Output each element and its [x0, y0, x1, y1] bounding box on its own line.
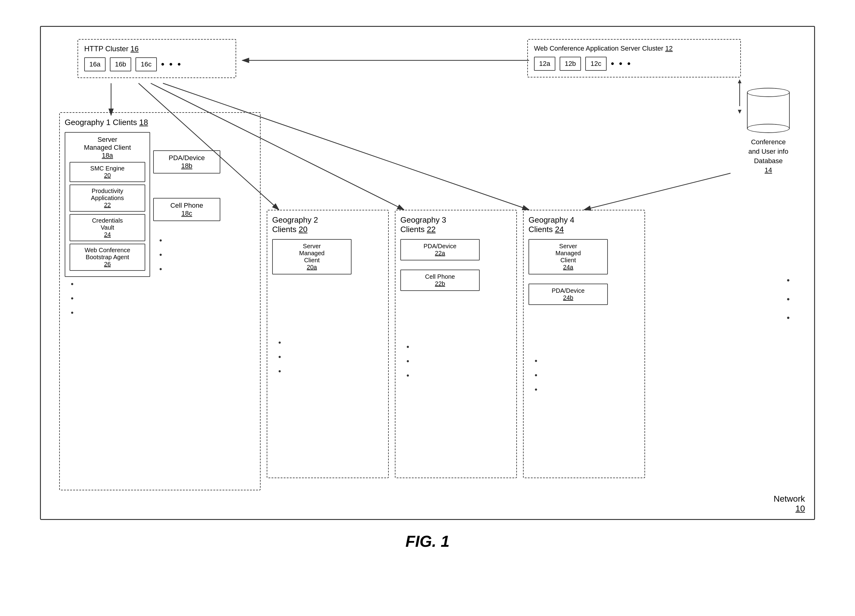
geo4-dots: •••: [529, 354, 640, 396]
geo1-num: 18: [139, 118, 148, 127]
wc-cluster-num: 12: [665, 44, 673, 52]
http-cluster: HTTP Cluster 16 16a 16b 16c • • •: [78, 39, 236, 78]
network-container: HTTP Cluster 16 16a 16b 16c • • • Web Co…: [40, 26, 815, 520]
smc-engine-item: SMC Engine20: [70, 162, 145, 182]
svg-marker-8: [738, 79, 742, 83]
geo2-title: Geography 2Clients 20: [272, 215, 383, 234]
db-num: 14: [741, 166, 796, 175]
boot-num: 26: [104, 261, 111, 267]
geo3-pda: PDA/Device22a: [400, 239, 480, 260]
network-label: Network 10: [774, 494, 805, 514]
main-wrapper: HTTP Cluster 16 16a 16b 16c • • • Web Co…: [31, 26, 824, 590]
geo2-smc-num: 20a: [306, 264, 317, 271]
db-line2: and User info: [741, 147, 796, 156]
geo3-cell-num: 22b: [435, 280, 445, 287]
wc-cluster-nodes: 12a 12b 12c • • •: [534, 57, 734, 71]
geo3-cell: Cell Phone22b: [400, 270, 480, 291]
http-cluster-num: 16: [130, 44, 139, 53]
http-node-c: 16c: [135, 57, 157, 71]
geo4-num: 24: [555, 225, 564, 234]
http-cluster-nodes: 16a 16b 16c • • •: [84, 57, 230, 71]
fig-caption: FIG. 1: [406, 532, 449, 550]
geo1-right: PDA/Device18b Cell Phone18c •••: [153, 150, 220, 338]
geo4-pda: PDA/Device24b: [529, 284, 608, 305]
geo3-pda-num: 22a: [435, 250, 445, 257]
http-node-a: 16a: [84, 57, 106, 71]
geo3-num: 22: [427, 225, 436, 234]
geo4-container: Geography 4Clients 24 ServerManagedClien…: [523, 210, 645, 478]
wc-node-a: 12a: [534, 57, 555, 71]
http-node-b: 16b: [110, 57, 131, 71]
geo2-dots: •••: [272, 335, 383, 378]
geo3-container-wrapper: Geography 3Clients 22 PDA/Device22a Cell…: [395, 210, 517, 478]
prod-num: 22: [104, 202, 111, 208]
cyl-body: [747, 92, 790, 129]
pda-18b: PDA/Device18b: [153, 150, 220, 174]
geo1-left: ServerManaged Client18a SMC Engine20 Pro…: [65, 132, 153, 319]
geo3-title: Geography 3Clients 22: [400, 215, 512, 234]
extra-geo-dots: •••: [787, 271, 790, 327]
wc-node-b: 12b: [559, 57, 581, 71]
geo3-container: Geography 3Clients 22 PDA/Device22a Cell…: [395, 210, 517, 478]
http-dots: • • •: [161, 59, 182, 70]
credentials-item: CredentialsVault24: [70, 214, 145, 241]
network-name: Network: [774, 494, 805, 503]
geo4-container-wrapper: Geography 4Clients 24 ServerManagedClien…: [523, 210, 645, 478]
http-cluster-name: HTTP Cluster: [84, 44, 129, 53]
geo2-smc: ServerManagedClient20a: [272, 239, 351, 274]
geo4-pda-num: 24b: [563, 294, 573, 301]
smc-num: 18a: [102, 151, 113, 159]
cylinder-shape: [747, 88, 790, 129]
geo2-container-wrapper: Geography 2Clients 20 ServerManagedClien…: [267, 210, 389, 478]
geo1-name: Geography 1 Clients: [65, 118, 137, 127]
svg-line-10: [584, 173, 731, 210]
db-label: Conference and User info Database 14: [741, 138, 796, 175]
cellphone-18c: Cell Phone18c: [153, 198, 220, 221]
cell-18c-num: 18c: [181, 209, 192, 217]
smc-box: ServerManaged Client18a SMC Engine20 Pro…: [65, 132, 150, 277]
bootstrap-item: Web ConferenceBootstrap Agent26: [70, 244, 145, 271]
db-line3: Database: [741, 156, 796, 166]
network-num: 10: [795, 504, 805, 513]
geo1-left-dots: •••: [65, 277, 153, 319]
cred-num: 24: [104, 231, 111, 238]
wc-cluster-name: Web Conference Application Server Cluste…: [534, 44, 663, 52]
wc-cluster-title: Web Conference Application Server Cluste…: [534, 44, 734, 52]
geo2-container: Geography 2Clients 20 ServerManagedClien…: [267, 210, 389, 478]
geo1-layout: ServerManaged Client18a SMC Engine20 Pro…: [65, 132, 255, 319]
geo4-smc-num: 24a: [563, 264, 573, 271]
geo4-title: Geography 4Clients 24: [529, 215, 640, 234]
wc-dots: • • •: [611, 58, 632, 69]
database: Conference and User info Database 14: [741, 88, 796, 175]
cyl-bottom: [747, 124, 790, 133]
smc-engine-num: 20: [104, 172, 111, 179]
geo1-right-dots: •••: [153, 233, 220, 276]
wc-node-c: 12c: [585, 57, 607, 71]
cyl-top: [747, 88, 790, 97]
geo2-num: 20: [299, 225, 308, 234]
geo3-dots: •••: [400, 340, 512, 382]
db-line1: Conference: [741, 138, 796, 147]
geo1-title: Geography 1 Clients 18: [65, 118, 255, 127]
smc-title: ServerManaged Client18a: [70, 136, 145, 159]
wc-cluster: Web Conference Application Server Cluste…: [527, 39, 741, 78]
geo1-container: Geography 1 Clients 18 ServerManaged Cli…: [59, 112, 260, 491]
http-cluster-title: HTTP Cluster 16: [84, 44, 230, 53]
productivity-item: ProductivityApplications22: [70, 185, 145, 212]
geo4-smc: ServerManagedClient24a: [529, 239, 608, 274]
pda-18b-num: 18b: [181, 162, 193, 170]
